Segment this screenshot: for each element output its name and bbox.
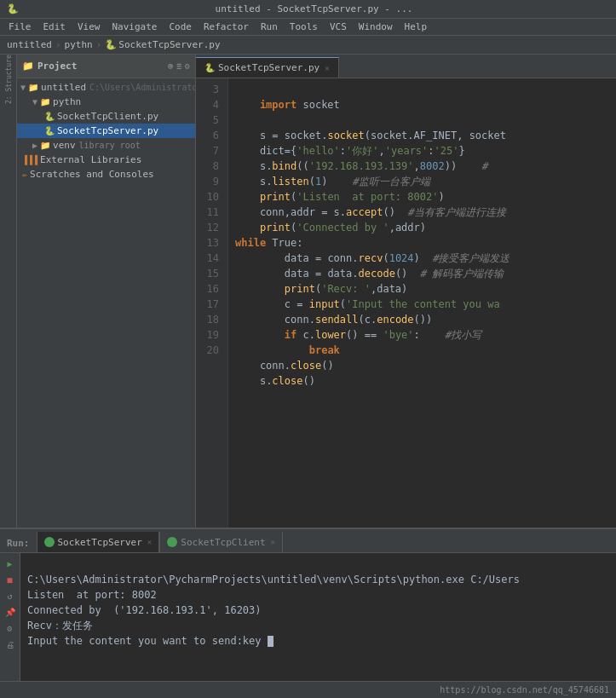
tab-py-icon: 🐍 [204, 63, 215, 72]
server-file-icon: 🐍 [44, 126, 55, 136]
breadcrumb-untitled[interactable]: untitled [7, 39, 52, 50]
menu-vcs[interactable]: VCS [325, 20, 352, 33]
breadcrumb-sep2: › [96, 39, 102, 50]
client-file-icon: 🐍 [44, 112, 55, 121]
watermark: https://blog.csdn.net/qq_45746681 [440, 685, 609, 695]
run-left-strip: ▶ ■ ↺ 📌 ⚙ 🖨 🗑 [0, 553, 20, 698]
tab-server-label: SocketTcpServer.py [218, 62, 320, 73]
tab-close-server[interactable]: ✕ [325, 64, 329, 72]
run-output: C:\Users\Administrator\PycharmProjects\u… [20, 553, 616, 698]
tree-item-venv[interactable]: ▶ 📁 venv library root [17, 138, 195, 153]
tree-label-scratches: Scratches and Consoles [30, 169, 154, 180]
tree-label-untitled: untitled [41, 82, 86, 93]
venv-arrow-icon: ▶ [32, 141, 37, 150]
line-12: 12 [196, 220, 224, 235]
run-content-wrapper: ▶ ■ ↺ 📌 ⚙ 🖨 🗑 C:\Users\Administrator\Pyc… [0, 553, 616, 698]
line-8: 8 [196, 159, 224, 174]
input-cursor [268, 636, 273, 647]
editor-area: 🐍 SocketTcpServer.py ✕ 3 4 5 6 7 8 9 10 … [196, 55, 616, 528]
output-line-3: Recv：发任务 [27, 620, 93, 632]
run-tab-client-close[interactable]: ✕ [271, 538, 275, 546]
line-3: 3 [196, 82, 224, 97]
line-4: 4 [196, 97, 224, 112]
code-editor[interactable]: 3 4 5 6 7 8 9 10 11 12 13 14 15 16 17 18… [196, 78, 616, 528]
venv-note: library root [79, 141, 141, 150]
menu-navigate[interactable]: Navigate [107, 20, 163, 33]
menu-code[interactable]: Code [164, 20, 197, 33]
run-server-status-icon [44, 537, 55, 547]
menu-help[interactable]: Help [400, 20, 433, 33]
project-settings-icon[interactable]: ⚙ [185, 61, 190, 71]
menu-view[interactable]: View [72, 20, 106, 33]
menu-window[interactable]: Window [354, 20, 398, 33]
scratches-icon: ✏ [22, 170, 27, 179]
run-rerun-icon[interactable]: ↺ [3, 589, 17, 603]
run-tab-client-label: SocketTcpClient [181, 537, 265, 548]
window-title: untitled - SocketTcpServer.py - ... [19, 3, 609, 14]
run-tab-server-label: SocketTcpServer [58, 537, 142, 548]
run-tab-server[interactable]: SocketTcpServer ✕ [37, 532, 160, 552]
menu-bar-items[interactable]: 🐍 [7, 3, 19, 14]
tree-item-ext-lib[interactable]: ▐▐▐ External Libraries [17, 153, 195, 167]
output-line-4: Input the content you want to send:key [27, 635, 273, 647]
output-line-0: C:\Users\Administrator\PycharmProjects\u… [27, 574, 520, 586]
menu-file[interactable]: File [3, 20, 37, 33]
tree-label-venv: venv [53, 140, 76, 151]
run-print-icon[interactable]: 🖨 [3, 637, 17, 651]
left-tool-strip: 2: Structure [0, 55, 17, 528]
tree-item-untitled[interactable]: ▼ 📁 untitled C:\Users\Administrator\Pych… [17, 80, 195, 95]
tree-label-extlib: External Libraries [40, 154, 141, 165]
line-10: 10 [196, 189, 224, 205]
line-9: 9 [196, 174, 224, 189]
output-line-2: Connected by ('192.168.193.1', 16203) [27, 604, 262, 616]
editor-tab-server[interactable]: 🐍 SocketTcpServer.py ✕ [196, 57, 339, 78]
tree-item-server[interactable]: 🐍 SocketTcpServer.py [17, 124, 195, 138]
project-folder-icon: 📁 [22, 61, 34, 72]
project-sync-icon[interactable]: ⊕ [168, 61, 173, 71]
menu-refactor[interactable]: Refactor [199, 20, 254, 33]
tree-item-pythn[interactable]: ▼ 📁 pythn [17, 95, 195, 109]
project-collapse-icon[interactable]: ≡ [176, 61, 181, 71]
menu-bar: File Edit View Navigate Code Refactor Ru… [0, 19, 616, 36]
run-tab-server-close[interactable]: ✕ [147, 538, 152, 546]
tree-arrow-icon: ▼ [20, 83, 26, 92]
code-content[interactable]: import socket s = socket.socket(socket.A… [228, 78, 616, 528]
title-bar: 🐍 untitled - SocketTcpServer.py - ... [0, 0, 616, 19]
line-15: 15 [196, 266, 224, 281]
structure-toggle[interactable]: 2: Structure [2, 58, 15, 101]
bottom-panel: Run: SocketTcpServer ✕ SocketTcpClient ✕… [0, 528, 616, 698]
run-client-status-icon [167, 537, 177, 547]
line-numbers: 3 4 5 6 7 8 9 10 11 12 13 14 15 16 17 18… [196, 78, 228, 528]
tree-item-scratches[interactable]: ✏ Scratches and Consoles [17, 167, 195, 182]
menu-run[interactable]: Run [256, 20, 283, 33]
app-icon: 🐍 [7, 3, 19, 14]
breadcrumb: untitled › pythn › 🐍SocketTcpServer.py [0, 36, 616, 55]
tree-item-client[interactable]: 🐍 SocketTcpClient.py [17, 109, 195, 124]
menu-tools[interactable]: Tools [285, 20, 323, 33]
line-14: 14 [196, 251, 224, 266]
line-7: 7 [196, 143, 224, 159]
line-13: 13 [196, 235, 224, 251]
line-6: 6 [196, 128, 224, 143]
run-pin-icon[interactable]: 📌 [3, 605, 17, 619]
editor-tabs: 🐍 SocketTcpServer.py ✕ [196, 55, 616, 78]
tree-label-server: SocketTcpServer.py [57, 125, 158, 136]
project-header: 📁 Project ⊕ ≡ ⚙ [17, 55, 195, 78]
breadcrumb-sep1: › [55, 39, 61, 50]
run-tabs: Run: SocketTcpServer ✕ SocketTcpClient ✕ [0, 529, 616, 553]
line-19: 19 [196, 327, 224, 343]
run-label: Run: [7, 534, 30, 552]
tree-label-client: SocketTcpClient.py [57, 111, 158, 122]
breadcrumb-pythn[interactable]: pythn [65, 39, 93, 50]
run-tab-client[interactable]: SocketTcpClient ✕ [159, 532, 283, 552]
menu-edit[interactable]: Edit [38, 20, 72, 33]
pythn-folder-icon: 📁 [40, 97, 50, 107]
project-panel: 📁 Project ⊕ ≡ ⚙ ▼ 📁 untitled C:\Users\Ad… [17, 55, 196, 528]
untitled-path: C:\Users\Administrator\PycharmPro... [89, 83, 195, 92]
line-16: 16 [196, 281, 224, 297]
run-settings-icon[interactable]: ⚙ [3, 621, 17, 635]
line-20: 20 [196, 343, 224, 358]
run-stop-icon[interactable]: ■ [3, 573, 17, 586]
breadcrumb-file: 🐍SocketTcpServer.py [105, 39, 220, 50]
run-play-icon[interactable]: ▶ [3, 557, 17, 570]
